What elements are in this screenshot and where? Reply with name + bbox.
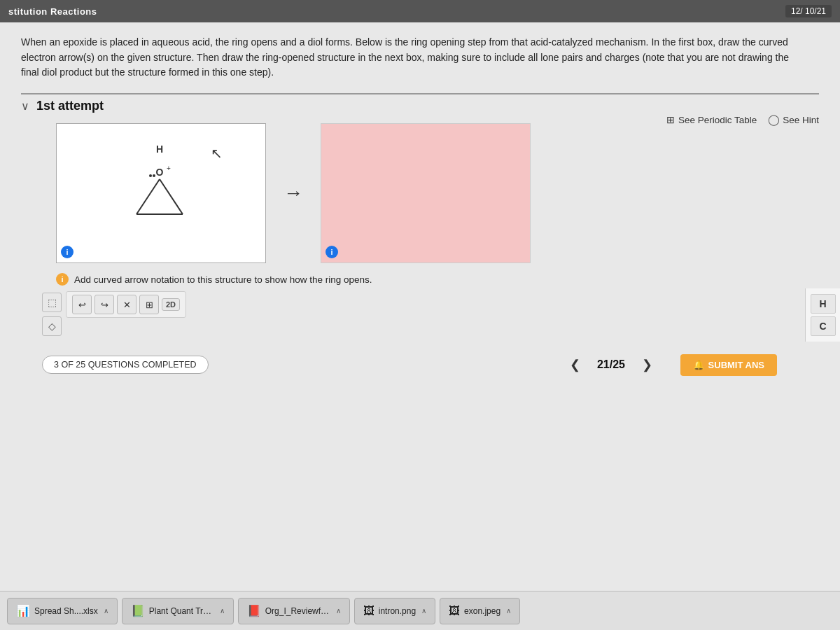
element-H-btn[interactable]: H	[811, 294, 836, 314]
periodic-table-label: See Periodic Table	[678, 115, 757, 125]
element-C-btn[interactable]: C	[811, 316, 836, 336]
taskbar-chevron-0: ∧	[104, 607, 108, 615]
right-structure-box[interactable]: i	[321, 123, 531, 263]
pencil-tools: ⬚ ◇	[42, 291, 62, 336]
template-icon: ⊞	[146, 300, 153, 310]
element-side-panel: H C	[805, 288, 840, 342]
question-number: 21/25	[597, 358, 625, 371]
drawing-tools-row: ⬚ ◇ ↩ ↪ ✕ ⊞	[42, 291, 819, 336]
taskbar-icon-1: 📗	[131, 604, 145, 617]
intro-text: When an epoxide is placed in aqueous aci…	[21, 35, 791, 80]
periodic-table-icon: ⊞	[666, 114, 675, 125]
twod-label: 2D	[166, 300, 176, 309]
taskbar-icon-3: 🖼	[363, 605, 374, 617]
arrow-container: →	[280, 182, 307, 204]
hint-links: ⊞ See Periodic Table ◯ See Hint	[666, 113, 819, 126]
progress-pill: 3 OF 25 QUESTIONS COMPLETED	[42, 356, 209, 374]
eraser-tool-btn[interactable]: ◇	[42, 316, 62, 336]
hint-icon: ◯	[768, 113, 780, 126]
taskbar-chevron-2: ∧	[336, 607, 341, 615]
taskbar-chevron-1: ∧	[220, 607, 225, 615]
progress-label: 3 OF 25 QUESTIONS COMPLETED	[54, 360, 197, 370]
right-box-info-badge[interactable]: i	[326, 246, 338, 258]
next-question-btn[interactable]: ❯	[636, 354, 658, 375]
epoxide-structure: H O +	[98, 137, 224, 249]
instruction-text: i Add curved arrow notation to this stru…	[56, 273, 819, 286]
instruction-info-dot: i	[56, 273, 69, 286]
attempt-header: ∨ 1st attempt	[21, 93, 819, 113]
instruction-label: Add curved arrow notation to this struct…	[74, 274, 372, 285]
taskbar-item-0[interactable]: 📊 Spread Sh....xlsx ∧	[7, 598, 118, 624]
taskbar-icon-4: 🖼	[449, 605, 460, 617]
undo-btn[interactable]: ↩	[72, 295, 92, 314]
total-questions: 25	[612, 358, 625, 370]
main-content: When an epoxide is placed in aqueous aci…	[0, 22, 840, 591]
redo-icon: ↪	[101, 300, 108, 310]
taskbar-icon-2: 📕	[247, 604, 261, 617]
taskbar-label-4: exon.jpeg	[464, 606, 500, 616]
taskbar: 📊 Spread Sh....xlsx ∧ 📗 Plant Quant Tra.…	[0, 591, 840, 630]
undo-icon: ↩	[78, 300, 86, 310]
taskbar-item-1[interactable]: 📗 Plant Quant Tra....docx ∧	[122, 598, 234, 624]
left-box-info-badge[interactable]: i	[61, 246, 74, 258]
see-hint-label: See Hint	[783, 115, 819, 125]
svg-text:O: O	[156, 167, 164, 178]
taskbar-item-3[interactable]: 🖼 intron.png ∧	[354, 598, 435, 624]
template-btn[interactable]: ⊞	[139, 295, 159, 314]
clear-btn[interactable]: ✕	[117, 295, 136, 314]
navigation-area: ❮ 21/25 ❯	[564, 347, 658, 382]
svg-text:+: +	[167, 164, 171, 172]
see-hint-link[interactable]: ◯ See Hint	[768, 113, 819, 126]
attempt-title: 1st attempt	[36, 99, 104, 113]
svg-line-6	[160, 179, 183, 214]
attempt-chevron[interactable]: ∨	[21, 99, 29, 113]
clear-icon: ✕	[123, 300, 131, 310]
periodic-table-link[interactable]: ⊞ See Periodic Table	[666, 114, 757, 125]
taskbar-chevron-3: ∧	[421, 607, 426, 615]
svg-point-4	[149, 174, 152, 177]
taskbar-label-0: Spread Sh....xlsx	[34, 606, 98, 616]
drawing-toolbar: ↩ ↪ ✕ ⊞ 2D	[66, 291, 186, 318]
drawing-area: ↖ H O + i →	[56, 123, 819, 263]
select-tool-btn[interactable]: ⬚	[42, 293, 62, 312]
top-bar-date: 12/ 10/21	[785, 5, 832, 18]
taskbar-label-2: Org_I_Reviewfin....pptx	[265, 606, 330, 616]
top-bar: stitution Reactions 12/ 10/21	[0, 0, 840, 22]
prev-question-btn[interactable]: ❮	[564, 354, 586, 375]
current-question: 21	[597, 358, 610, 370]
svg-point-3	[153, 174, 155, 177]
svg-text:H: H	[156, 144, 163, 155]
taskbar-chevron-4: ∧	[506, 607, 511, 615]
left-structure-box[interactable]: ↖ H O + i	[56, 123, 266, 263]
taskbar-label-3: intron.png	[379, 606, 416, 616]
bottom-area: 3 OF 25 QUESTIONS COMPLETED ❮ 21/25 ❯ 🔔 …	[21, 343, 819, 386]
submit-icon: 🔔	[693, 360, 704, 370]
svg-line-5	[136, 179, 160, 214]
element-H-label: H	[819, 298, 826, 309]
reaction-arrow: →	[284, 182, 303, 204]
taskbar-item-2[interactable]: 📕 Org_I_Reviewfin....pptx ∧	[238, 598, 350, 624]
redo-btn[interactable]: ↪	[94, 295, 114, 314]
element-C-label: C	[819, 321, 826, 332]
taskbar-item-4[interactable]: 🖼 exon.jpeg ∧	[440, 598, 520, 624]
taskbar-icon-0: 📊	[16, 604, 30, 617]
taskbar-label-1: Plant Quant Tra....docx	[149, 606, 214, 616]
twod-btn[interactable]: 2D	[162, 298, 180, 311]
submit-answer-btn[interactable]: 🔔 SUBMIT ANS	[680, 354, 777, 376]
submit-label: SUBMIT ANS	[708, 360, 764, 370]
top-bar-title: stitution Reactions	[8, 6, 97, 17]
